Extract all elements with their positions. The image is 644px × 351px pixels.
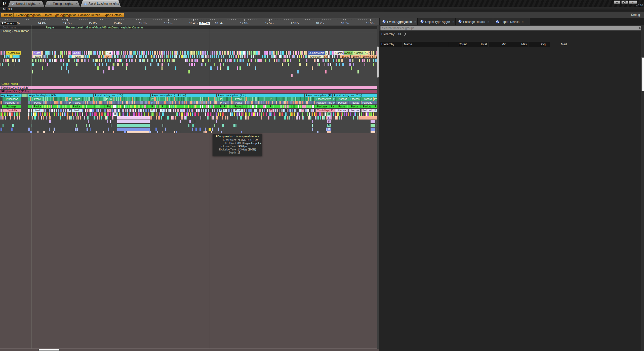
flame-block[interactable] [371, 120, 375, 123]
horizontal-scrollbar-thumb[interactable] [38, 349, 60, 351]
flame-segment[interactable]: CreateEx [3, 109, 21, 112]
flame-segment[interactable]: Package_ [3, 105, 21, 108]
flame-segment[interactable]: D [327, 112, 331, 116]
flame-segment[interactable]: PPro [106, 97, 112, 101]
flame-segment[interactable]: Proce [72, 97, 82, 101]
flame-segment[interactable]: AsyncLoadingTime (1.2s) [217, 94, 304, 97]
flame-segment[interactable]: PostL [233, 109, 244, 112]
window-tab-timing-insights[interactable]: Timing Insights × [45, 1, 80, 7]
flame-segment[interactable]: P [161, 109, 164, 112]
flame-block[interactable] [358, 116, 378, 120]
flame-segment[interactable]: PostL [72, 109, 82, 112]
window-tab-asset-loading-insights[interactable]: Asset Loading Insights × [80, 0, 121, 7]
flame-segment[interactable]: P [68, 101, 71, 104]
flame-segment[interactable]: P [150, 101, 154, 104]
flame-segment[interactable]: /G [365, 51, 368, 55]
flame-segment[interactable]: Skelet [340, 55, 350, 58]
column-header-total[interactable]: Total [468, 42, 489, 47]
flame-segment[interactable]: Pa [330, 105, 334, 108]
flame-segment[interactable]: FEngineLoop::Init (24.5s) [0, 86, 379, 89]
tab-event-aggregation[interactable]: Event Aggregation × [380, 18, 418, 25]
flame-segment[interactable]: T [69, 55, 72, 58]
panel-vertical-scrollbar-thumb[interactable] [641, 57, 644, 91]
menu-button[interactable]: MENU [3, 8, 12, 11]
flame-block[interactable] [22, 94, 26, 97]
column-header-min[interactable]: Min [489, 42, 508, 47]
flame-segment[interactable]: Packa [33, 101, 43, 104]
flame-segment[interactable]: Packa [33, 105, 42, 108]
flame-segment[interactable]: F [327, 116, 331, 120]
column-header-hierarchy[interactable]: Hierarchy [380, 42, 403, 47]
vertical-scrollbar-thumb[interactable] [377, 47, 379, 77]
flame-segment[interactable]: Package_Ti [3, 101, 21, 104]
flame-segment[interactable]: P [269, 97, 272, 101]
tab-package-details[interactable]: Package Details × [456, 18, 493, 25]
flame-segment[interactable]: P [161, 105, 164, 108]
flame-segment[interactable]: P [68, 97, 71, 101]
tracks-dropdown-button[interactable]: Tracks ▾ [0, 21, 17, 25]
timing-graph-pane[interactable]: 9s 14.43s14.77s15.12s15.46s15.81s16.15s1… [0, 18, 379, 351]
flame-segment[interactable]: Packag [336, 101, 348, 104]
flame-segment[interactable]: Asy [1, 94, 6, 97]
column-header-name[interactable]: Name [403, 42, 448, 47]
flame-segment[interactable]: /Game/E [353, 51, 364, 55]
flame-segment[interactable]: P [374, 105, 377, 108]
flame-segment[interactable]: Packa [72, 105, 81, 108]
flame-block[interactable] [117, 124, 150, 127]
window-tab-unreal-insights[interactable]: Unreal Insights × [8, 1, 44, 7]
flame-segment[interactable]: AsyncLoadingTime (1.2s) [94, 94, 150, 97]
flame-segment[interactable]: P [161, 97, 164, 101]
flame-segment[interactable]: PreLoa [336, 109, 347, 112]
flame-segment[interactable]: P [333, 101, 336, 104]
flame-segment[interactable]: P [333, 97, 336, 101]
flame-segment[interactable]: Pa [107, 105, 111, 108]
flame-segment[interactable]: Proce [33, 97, 42, 101]
flame-segment[interactable]: PostL [33, 109, 43, 112]
flame-segment[interactable]: Pa [223, 101, 227, 104]
export-details-button[interactable]: Export Details [100, 13, 124, 17]
close-icon[interactable]: × [453, 20, 454, 23]
flame-segment[interactable]: Package_Tick [316, 101, 332, 104]
flame-block[interactable] [13, 55, 20, 58]
flame-segment[interactable]: D [327, 128, 331, 131]
flame-segment[interactable]: Pr [374, 97, 377, 101]
restore-button[interactable] [621, 1, 628, 4]
bookmarks-row[interactable]: Bookmarks Reque RequestLevel - /Game/Map… [0, 26, 379, 29]
flame-segment[interactable]: P [150, 105, 154, 108]
flame-segment[interactable]: Sk [324, 55, 328, 58]
flame-segment[interactable]: Process [361, 97, 373, 101]
flame-segment[interactable]: Packa [336, 105, 347, 108]
flame-segment[interactable]: P [219, 97, 222, 101]
flame-segment[interactable]: ProcessAs [3, 97, 21, 101]
flame-segment[interactable]: /Ga [106, 51, 112, 55]
flame-segment[interactable]: / [368, 51, 370, 55]
flame-segment[interactable]: AsyncLoadingTime (2.1s) [333, 94, 379, 97]
flame-segment[interactable]: CreateExp [316, 109, 330, 112]
flame-segment[interactable]: P [223, 109, 226, 112]
flame-segment[interactable]: Packag [361, 105, 373, 108]
tab-object-type-aggregation[interactable]: Object Type Aggre × [418, 18, 456, 25]
column-header-max[interactable]: Max [508, 42, 529, 47]
flame-block[interactable] [26, 94, 28, 97]
flame-segment[interactable]: /Gam [72, 51, 81, 55]
close-icon[interactable]: × [488, 20, 489, 23]
flame-segment[interactable]: C [269, 109, 273, 112]
close-icon[interactable]: × [414, 20, 416, 23]
column-header-med[interactable]: Med [547, 42, 569, 47]
flame-segment[interactable]: P [68, 109, 71, 112]
flame-segment[interactable]: Po [330, 109, 335, 112]
flame-segment[interactable]: SkeletalM [308, 55, 323, 58]
flame-block[interactable] [117, 120, 150, 123]
hovered-event-highlight[interactable] [209, 128, 211, 131]
object-type-aggregation-button[interactable]: Object Type Aggregation [41, 13, 79, 17]
flame-block[interactable] [371, 128, 375, 131]
time-ruler[interactable]: 9s 14.43s14.77s15.12s15.46s15.81s16.15s1… [0, 18, 379, 25]
flame-segment[interactable]: PreLoa [349, 109, 360, 112]
flame-segment[interactable]: AsyncLoadingTime (40 [305, 94, 332, 97]
timing-button[interactable]: Timing [1, 13, 15, 17]
flame-segment[interactable]: Skelet [351, 55, 361, 58]
flame-segment[interactable]: P [278, 97, 281, 101]
flame-segment[interactable]: P [219, 101, 222, 104]
flame-segment[interactable]: Sk [104, 55, 111, 58]
event-aggregation-button[interactable]: Event Aggregation [13, 13, 43, 17]
